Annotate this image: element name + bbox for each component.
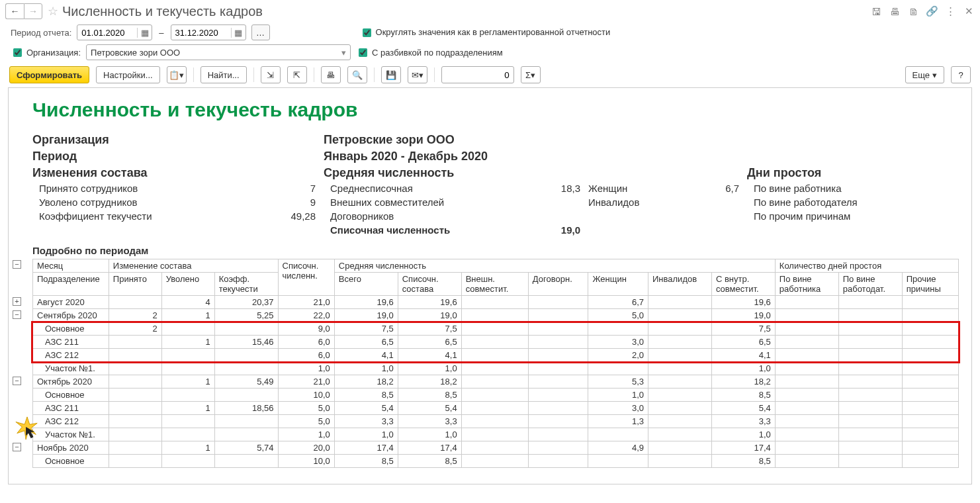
- tree-toggle[interactable]: −: [13, 377, 21, 385]
- link-icon[interactable]: 🔗: [926, 5, 938, 17]
- period-picker-button[interactable]: …: [251, 24, 270, 40]
- table-row[interactable]: АЗС 211118,565,05,45,43,05,4: [33, 402, 959, 415]
- report-scroll[interactable]: Численность и текучесть кадров Организац…: [9, 88, 971, 484]
- round-checkbox[interactable]: Округлять значения как в регламентирован…: [360, 26, 611, 39]
- date-to-input[interactable]: ▦: [171, 24, 246, 40]
- table-cell: [775, 402, 838, 415]
- table-cell: [528, 322, 588, 336]
- table-row[interactable]: АЗС 211115,466,06,56,53,06,5: [33, 336, 959, 349]
- collapse-button[interactable]: ⇱: [287, 66, 307, 83]
- help-button[interactable]: ?: [951, 66, 971, 83]
- table-row[interactable]: Август 2020420,3721,019,619,66,719,6: [33, 296, 959, 309]
- th-changes: Изменение состава: [109, 259, 278, 273]
- th-invalid: Инвалидов: [648, 273, 712, 296]
- find-button[interactable]: Найти...: [200, 66, 247, 83]
- th-month: Месяц: [33, 259, 109, 273]
- tree-toggle[interactable]: −: [13, 443, 21, 451]
- table-cell: [109, 336, 161, 349]
- table-cell: [109, 389, 161, 402]
- table-row[interactable]: Ноябрь 202015,7420,017,417,44,917,4: [33, 441, 959, 455]
- form-button[interactable]: Сформировать: [9, 66, 89, 83]
- forward-button[interactable]: →: [24, 3, 42, 19]
- th-idle: Количество дней простоя: [775, 259, 958, 273]
- report-viewport: Численность и текучесть кадров Организац…: [8, 87, 972, 484]
- table-cell: АЗС 212: [33, 415, 109, 428]
- table-row[interactable]: Сентябрь 2020215,2522,019,019,05,019,0: [33, 309, 959, 322]
- numeric-input[interactable]: [441, 66, 514, 83]
- period-label: Период: [32, 150, 231, 163]
- table-cell: [902, 415, 958, 428]
- chevron-down-icon[interactable]: ▾: [341, 48, 346, 58]
- save-disk-button[interactable]: 💾: [381, 66, 401, 83]
- table-cell: [648, 296, 712, 309]
- table-cell: [588, 455, 648, 468]
- table-cell: [775, 455, 838, 468]
- table-row[interactable]: Основное10,08,58,51,08,5: [33, 389, 959, 402]
- date-from-input[interactable]: ▦: [77, 24, 152, 40]
- th-idle-other: Прочие причины: [902, 273, 958, 296]
- coef-value: 49,28: [231, 210, 324, 222]
- table-cell: 1,0: [398, 428, 461, 441]
- settings-button[interactable]: Настройки...: [96, 66, 160, 83]
- table-cell: [838, 441, 902, 455]
- table-cell: 5,49: [214, 375, 278, 389]
- org-label: Организация: [32, 133, 231, 147]
- table-row[interactable]: Основное29,07,57,57,5: [33, 322, 959, 336]
- table-row[interactable]: Октябрь 202015,4921,018,218,25,318,2: [33, 375, 959, 389]
- table-cell: 8,5: [398, 455, 461, 468]
- table-cell: [838, 349, 902, 362]
- more-button[interactable]: Еще ▾: [905, 66, 944, 83]
- table-row[interactable]: Участок №1.1,01,01,01,0: [33, 428, 959, 441]
- table-row[interactable]: Основное10,08,58,58,5: [33, 455, 959, 468]
- calendar-icon[interactable]: ▦: [137, 28, 152, 38]
- table-cell: 4,9: [588, 441, 648, 455]
- table-cell: [528, 375, 588, 389]
- org-select[interactable]: Петровские зори ООО ▾: [86, 44, 351, 60]
- print-button[interactable]: 🖶: [321, 66, 341, 83]
- date-from-field[interactable]: [77, 26, 137, 39]
- tree-toggle[interactable]: +: [13, 297, 21, 306]
- table-cell: 1: [161, 441, 214, 455]
- org-checkbox[interactable]: Организация:: [11, 46, 81, 59]
- th-hired: Принято: [109, 273, 161, 296]
- subdiv-checkbox[interactable]: С разбивкой по подразделениям: [356, 46, 503, 59]
- invalid-label: Инвалидов: [588, 197, 681, 208]
- table-cell: [461, 349, 528, 362]
- save-icon[interactable]: 🖫: [870, 5, 882, 17]
- tree-toggle[interactable]: −: [13, 310, 21, 319]
- table-row[interactable]: АЗС 2125,03,33,31,33,3: [33, 415, 959, 428]
- subdiv-checkbox-input[interactable]: [359, 48, 367, 57]
- th-coef: Коэфф. текучести: [214, 273, 278, 296]
- idle-emp: По вине работника: [747, 183, 932, 194]
- table-cell: 19,6: [711, 296, 775, 309]
- table-cell: [528, 402, 588, 415]
- th-intern: С внутр. совместит.: [711, 273, 775, 296]
- variants-button[interactable]: 📋▾: [167, 66, 187, 83]
- preview-icon[interactable]: 🗎: [907, 5, 919, 17]
- tree-toggle[interactable]: −: [13, 260, 21, 269]
- sigma-button[interactable]: Σ▾: [521, 66, 541, 83]
- preview-button[interactable]: 🔍: [347, 66, 367, 83]
- table-cell: 4,1: [711, 349, 775, 362]
- round-checkbox-input[interactable]: [363, 28, 371, 37]
- table-cell: Участок №1.: [33, 362, 109, 375]
- table-cell: [902, 375, 958, 389]
- table-row[interactable]: АЗС 2126,04,14,12,04,1: [33, 349, 959, 362]
- tree-gutter: − +−−−: [13, 88, 27, 476]
- close-icon[interactable]: ✕: [963, 5, 975, 17]
- menu-icon[interactable]: ⋮: [944, 5, 956, 17]
- calendar-icon[interactable]: ▦: [231, 28, 245, 38]
- print-icon[interactable]: 🖶: [889, 5, 901, 17]
- table-row[interactable]: Участок №1.1,01,01,01,0: [33, 362, 959, 375]
- org-checkbox-input[interactable]: [13, 48, 22, 57]
- filter-row-org: Организация: Петровские зори ООО ▾ С раз…: [0, 42, 980, 62]
- mail-button[interactable]: ✉▾: [408, 66, 427, 83]
- table-cell: [588, 322, 648, 336]
- table-cell: 6,5: [334, 336, 398, 349]
- contr-label: Договорников: [324, 210, 522, 222]
- back-button[interactable]: ←: [5, 3, 24, 19]
- date-to-field[interactable]: [171, 26, 231, 39]
- favorite-icon[interactable]: ☆: [48, 4, 58, 19]
- expand-button[interactable]: ⇲: [261, 66, 281, 83]
- th-subdiv: Подразделение: [33, 273, 109, 296]
